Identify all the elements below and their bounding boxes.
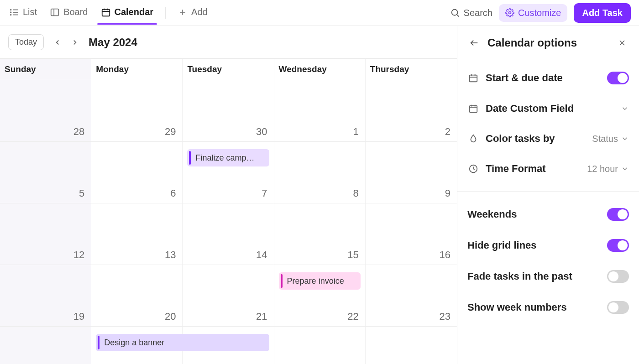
day-number: 5 — [79, 187, 84, 199]
tab-label: List — [23, 7, 37, 17]
calendar-options-panel: Calendar options Start & due date — [457, 26, 639, 364]
day-cell[interactable]: 29 — [274, 326, 366, 364]
svg-point-5 — [10, 14, 11, 15]
calendar-icon — [467, 72, 479, 84]
customize-button[interactable]: Customize — [499, 4, 567, 22]
task-label: Finalize camp… — [195, 153, 254, 163]
option-label: Hide grid lines — [467, 239, 537, 251]
toggle-fade-past[interactable] — [607, 270, 629, 283]
add-task-button[interactable]: Add Task — [574, 3, 631, 23]
svg-rect-24 — [470, 106, 477, 113]
day-number: 7 — [262, 187, 267, 199]
option-label: Show week numbers — [467, 302, 567, 313]
day-cell[interactable]: 2 — [366, 80, 457, 141]
month-label: May 2024 — [89, 36, 137, 49]
day-number: 14 — [256, 249, 267, 261]
option-time-format[interactable]: Time Format 12 hour — [467, 154, 629, 184]
weekday-header: Sunday Monday Tuesday Wednesday Thursday — [0, 58, 457, 80]
option-show-week-numbers: Show week numbers — [467, 292, 629, 323]
day-cell[interactable]: 27Design a banner — [91, 326, 183, 364]
toggle-weekends[interactable] — [607, 208, 629, 221]
day-cell[interactable]: 30 — [366, 326, 457, 364]
day-number: 15 — [347, 249, 358, 261]
chevron-down-icon — [621, 135, 629, 143]
day-cell[interactable]: 28 — [0, 80, 91, 141]
day-number: 21 — [256, 311, 267, 322]
option-label: Start & due date — [486, 72, 563, 84]
option-weekends: Weekends — [467, 199, 629, 230]
svg-rect-6 — [51, 9, 59, 16]
search-button[interactable]: Search — [450, 8, 492, 18]
svg-rect-8 — [102, 9, 110, 16]
weekday-wednesday: Wednesday — [274, 59, 366, 80]
toggle-show-week-numbers[interactable] — [607, 301, 629, 314]
weekday-thursday: Thursday — [366, 59, 457, 80]
svg-point-16 — [508, 12, 511, 14]
day-cell[interactable]: 22Prepare invoice — [274, 265, 366, 326]
day-cell[interactable]: 14 — [183, 203, 274, 265]
toggle-hide-grid-lines[interactable] — [607, 239, 629, 252]
day-number: 6 — [170, 187, 176, 199]
day-number: 2 — [445, 126, 450, 138]
prev-month-button[interactable] — [51, 36, 64, 49]
option-value: Status — [592, 134, 618, 144]
day-cell[interactable]: 1 — [274, 80, 366, 141]
task-status-bar — [189, 151, 191, 165]
option-value: 12 hour — [587, 164, 618, 174]
day-cell[interactable]: 5 — [0, 141, 91, 203]
day-number: 30 — [256, 126, 267, 138]
day-number: 9 — [445, 187, 450, 199]
tab-board[interactable]: Board — [49, 1, 89, 24]
day-cell[interactable]: 26 — [0, 326, 91, 364]
day-number: 20 — [165, 311, 176, 322]
option-fade-past: Fade tasks in the past — [467, 261, 629, 292]
day-cell[interactable]: 12 — [0, 203, 91, 265]
svg-line-15 — [456, 15, 459, 17]
option-label: Weekends — [467, 208, 517, 220]
day-cell[interactable]: 9 — [366, 141, 457, 203]
day-cell[interactable]: 23 — [366, 265, 457, 326]
day-number: 22 — [347, 311, 358, 322]
tab-list[interactable]: List — [8, 1, 38, 24]
back-button[interactable] — [467, 36, 481, 50]
clock-icon — [467, 163, 479, 175]
add-view-button[interactable]: Add — [177, 1, 209, 24]
day-cell[interactable]: 30 — [183, 80, 274, 141]
day-cell[interactable]: 28 — [183, 326, 274, 364]
day-cell[interactable]: 13 — [91, 203, 183, 265]
option-date-custom-field[interactable]: Date Custom Field — [467, 94, 629, 124]
next-month-button[interactable] — [68, 36, 81, 49]
close-panel-button[interactable] — [615, 36, 629, 50]
day-cell[interactable]: 6 — [91, 141, 183, 203]
task-item[interactable]: Finalize camp… — [187, 149, 269, 166]
option-color-tasks-by[interactable]: Color tasks by Status — [467, 124, 629, 154]
tab-calendar[interactable]: Calendar — [100, 1, 155, 24]
option-label: Time Format — [486, 163, 546, 175]
day-cell[interactable]: 19 — [0, 265, 91, 326]
day-cell[interactable]: 15 — [274, 203, 366, 265]
drop-icon — [467, 133, 479, 145]
board-icon — [50, 7, 60, 17]
view-tabs-bar: List Board Calendar Add — [0, 0, 639, 26]
task-label: Prepare invoice — [287, 276, 344, 286]
day-cell[interactable]: 29 — [91, 80, 183, 141]
option-label: Fade tasks in the past — [467, 270, 572, 282]
svg-point-4 — [10, 12, 11, 13]
divider — [457, 191, 639, 192]
toggle-start-due-date[interactable] — [607, 72, 629, 84]
day-cell[interactable]: 16 — [366, 203, 457, 265]
day-number: 12 — [73, 249, 84, 261]
day-cell[interactable]: 7Finalize camp… — [183, 141, 274, 203]
today-button[interactable]: Today — [8, 34, 44, 50]
day-cell[interactable]: 21 — [183, 265, 274, 326]
panel-title: Calendar options — [487, 36, 609, 49]
day-cell[interactable]: 8 — [274, 141, 366, 203]
calendar-grid: 28293012567Finalize camp…891213141516192… — [0, 80, 457, 364]
calendar-icon — [467, 103, 479, 114]
search-label: Search — [464, 8, 492, 18]
day-cell[interactable]: 20 — [91, 265, 183, 326]
day-number: 29 — [165, 126, 176, 138]
task-item[interactable]: Prepare invoice — [279, 272, 361, 290]
day-number: 16 — [440, 249, 450, 261]
day-number: 19 — [73, 311, 84, 322]
